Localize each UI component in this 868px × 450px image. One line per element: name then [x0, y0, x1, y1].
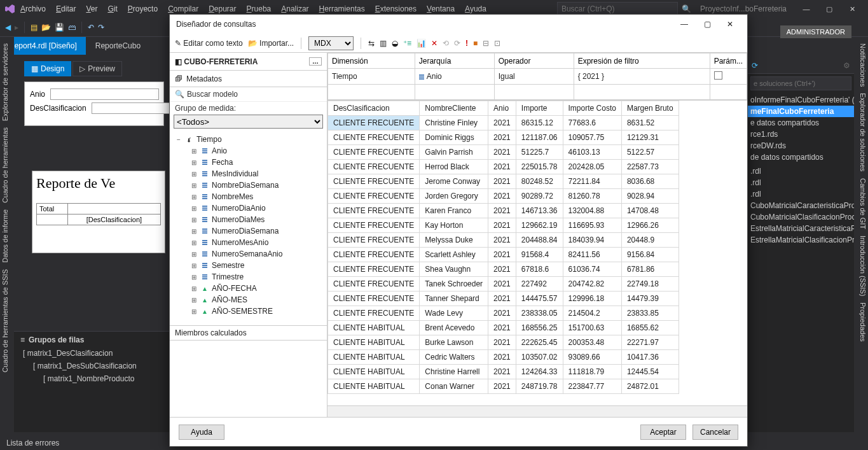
menu-ventana[interactable]: Ventana	[422, 4, 460, 13]
rail-tab[interactable]: Cambios de GIT	[855, 178, 867, 229]
dialog-minimize-button[interactable]: —	[673, 17, 695, 31]
solution-item[interactable]: EstrellaMatricialClasificacionPrc	[748, 234, 854, 246]
maximize-button[interactable]: ▢	[818, 2, 840, 16]
solution-item[interactable]: CuboMatricialCaracteristicaPro	[748, 200, 854, 211]
refresh-icon[interactable]: ⟳	[752, 61, 758, 70]
metadata-tree[interactable]: −⮮Tiempo⊞Anio⊞Fecha⊞MesIndividual⊞Nombre…	[170, 131, 327, 325]
tree-attribute[interactable]: ⊞Semestre	[172, 260, 327, 271]
menu-prueba[interactable]: Prueba	[242, 4, 277, 13]
rail-tab[interactable]: Explorador de servidores	[1, 43, 13, 121]
error-list-link[interactable]: Lista de errores	[6, 439, 59, 447]
tree-attribute[interactable]: ⊞MesIndividual	[172, 168, 327, 179]
report-design-surface[interactable]: Reporte de Ve Total [DesClasificacion]	[32, 171, 165, 253]
filter-grid[interactable]: DimensiónJerarquíaOperadorExpresión de f…	[327, 53, 747, 101]
menu-git[interactable]: Git	[102, 4, 122, 13]
tree-attribute[interactable]: ⊞NumeroMesAnio	[172, 237, 327, 248]
dialog-maximize-button[interactable]: ▢	[696, 17, 718, 31]
result-row[interactable]: CLIENTE FRECUENTEJorden Gregory202190289…	[328, 189, 679, 204]
tree-attribute[interactable]: ⊞NumeroSemanaAnio	[172, 248, 327, 260]
cube-picker-button[interactable]: …	[309, 57, 322, 66]
tb-icon[interactable]: 📊	[417, 39, 426, 48]
calc-members-area[interactable]	[170, 341, 327, 417]
tb-icon[interactable]: ⇆	[368, 39, 375, 48]
solution-item[interactable]: rce1.rds	[748, 129, 854, 140]
solution-item[interactable]: rceDW.rds	[748, 140, 854, 151]
result-row[interactable]: CLIENTE HABITUALChristine Harrell2021124…	[328, 365, 679, 379]
new-icon[interactable]: ▤	[31, 23, 38, 32]
rail-tab[interactable]: Introducción (SSIS)	[855, 236, 867, 296]
rail-tab[interactable]: Explorador de soluciones	[855, 93, 867, 172]
nav-fwd-icon[interactable]: ▸	[15, 23, 18, 32]
delete-icon[interactable]: ✕	[431, 39, 437, 48]
menu-herramientas[interactable]: Herramientas	[314, 4, 370, 13]
result-row[interactable]: CLIENTE HABITUALCedric Walters2021103507…	[328, 350, 679, 365]
menu-compilar[interactable]: Compilar	[163, 4, 203, 13]
result-row[interactable]: CLIENTE FRECUENTEScarlett Ashley20219156…	[328, 248, 679, 262]
tb-icon[interactable]: ⟳	[454, 39, 460, 48]
menu-ayuda[interactable]: Ayuda	[460, 4, 492, 13]
result-row[interactable]: CLIENTE HABITUALBurke Lawson2021222625.4…	[328, 335, 679, 350]
menu-proyecto[interactable]: Proyecto	[123, 4, 163, 13]
rail-tab[interactable]: Notificaciones	[855, 43, 867, 87]
rail-tab[interactable]: Cuadro de herramientas de SSIS	[1, 269, 13, 372]
result-row[interactable]: CLIENTE HABITUALBrent Acevedo2021168556.…	[328, 321, 679, 335]
tree-attribute[interactable]: ⊞Fecha	[172, 157, 327, 168]
tree-attribute[interactable]: ⊞Trimestre	[172, 271, 327, 283]
solution-item[interactable]: .rdl	[748, 165, 854, 177]
menu-editar[interactable]: Editar	[51, 4, 81, 13]
filter-row[interactable]	[328, 85, 747, 100]
tree-attribute[interactable]: ⊞▲AÑO-FECHA	[172, 283, 327, 294]
query-language-select[interactable]: MDX	[308, 36, 354, 50]
tree-attribute[interactable]: ⊞NumeroDiaMes	[172, 214, 327, 225]
solution-item[interactable]: EstrellaMatricialCaracteristicaPr	[748, 223, 854, 234]
tree-attribute[interactable]: ⊞▲AÑO-SEMESTRE	[172, 306, 327, 317]
solution-item[interactable]: de datos compartidos	[748, 151, 854, 163]
tb-icon[interactable]: ⟲	[443, 39, 449, 48]
menu-archivo[interactable]: Archivo	[15, 4, 51, 13]
tb-icon[interactable]: ⁺≡	[403, 39, 411, 48]
redo-icon[interactable]: ↷	[98, 23, 104, 32]
menu-depurar[interactable]: Depurar	[203, 4, 241, 13]
dialog-title-bar[interactable]: Diseñador de consultas — ▢ ✕	[170, 15, 747, 34]
result-row[interactable]: CLIENTE FRECUENTEMelyssa Duke2021204488.…	[328, 233, 679, 248]
param-anio-input[interactable]	[50, 88, 159, 100]
tree-attribute[interactable]: ⊞NumeroDiaSemana	[172, 225, 327, 237]
filter-row[interactable]: TiempoAnioIgual{ 2021 }	[328, 69, 747, 85]
close-button[interactable]: ✕	[841, 2, 863, 16]
solution-search-input[interactable]	[750, 76, 851, 90]
menu-extensiones[interactable]: Extensiones	[370, 4, 422, 13]
horizontal-scrollbar[interactable]	[327, 405, 747, 417]
menu-analizar[interactable]: Analizar	[276, 4, 313, 13]
result-row[interactable]: CLIENTE FRECUENTEHerrod Black2021225015.…	[328, 160, 679, 174]
report-matrix[interactable]: Total [DesClasificacion]	[36, 203, 161, 225]
solution-item[interactable]: meFinalCuboFerreteria	[748, 106, 854, 117]
menu-ver[interactable]: Ver	[81, 4, 102, 13]
result-row[interactable]: CLIENTE FRECUENTEDominic Riggs2021121187…	[328, 130, 679, 145]
tb-icon[interactable]: ◒	[392, 39, 398, 48]
tb-icon[interactable]: ▥	[380, 39, 387, 48]
import-button[interactable]: 📂 Importar...	[248, 39, 294, 48]
measure-group-select[interactable]: <Todos>	[174, 115, 323, 129]
run-icon[interactable]: !	[465, 39, 468, 48]
query-result-grid[interactable]: DesClasificacionNombreClienteAnioImporte…	[327, 101, 747, 405]
search-icon[interactable]: 🔍	[682, 4, 691, 13]
solution-item[interactable]: .rdl	[748, 188, 854, 200]
result-row[interactable]: CLIENTE FRECUENTETanek Schroeder20212274…	[328, 277, 679, 292]
tree-attribute[interactable]: ⊞NumeroDiaAnio	[172, 202, 327, 214]
dialog-close-button[interactable]: ✕	[719, 17, 741, 31]
tree-attribute[interactable]: ⊞NombreMes	[172, 191, 327, 202]
solution-item[interactable]: CuboMatricialClasificacionProc	[748, 211, 854, 223]
save-icon[interactable]: 💾	[55, 23, 64, 32]
result-row[interactable]: CLIENTE FRECUENTEWade Levy2021238338.052…	[328, 306, 679, 321]
result-row[interactable]: CLIENTE FRECUENTEKaren Franco2021146713.…	[328, 204, 679, 218]
result-row[interactable]: CLIENTE FRECUENTEShea Vaughn202167818.66…	[328, 262, 679, 277]
solution-item[interactable]: oInformeFinalCuboFerreteria' (	[748, 94, 854, 106]
result-row[interactable]: CLIENTE HABITUALConan Warner2021248719.7…	[328, 379, 679, 394]
rail-tab[interactable]: Propiedades	[855, 302, 867, 342]
tab-preview[interactable]: ▷Preview	[72, 61, 122, 76]
saveall-icon[interactable]: 🗃	[68, 23, 76, 32]
accept-button[interactable]: Aceptar	[640, 425, 686, 440]
tb-icon[interactable]: ⊡	[494, 39, 500, 48]
tree-attribute[interactable]: ⊞Anio	[172, 145, 327, 157]
result-row[interactable]: CLIENTE FRECUENTEChristine Finley2021863…	[328, 116, 679, 130]
